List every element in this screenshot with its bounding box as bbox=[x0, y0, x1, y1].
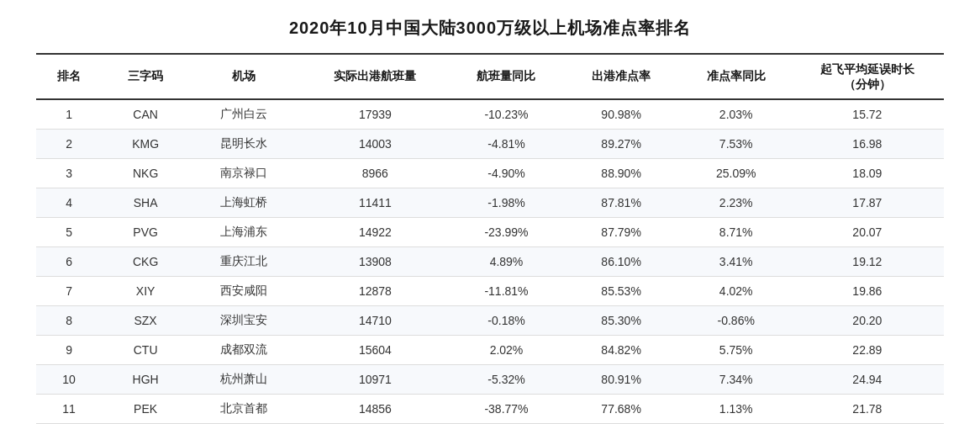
cell-ontime_rate: 86.10% bbox=[561, 247, 682, 277]
table-row: 10HGH杭州萧山10971-5.32%80.91%7.34%24.94 bbox=[36, 365, 944, 395]
col-header-ontime-yoy: 准点率同比 bbox=[682, 54, 791, 99]
cell-rank: 8 bbox=[36, 306, 102, 336]
cell-ontime_rate: 77.68% bbox=[561, 395, 682, 424]
cell-delay: 20.07 bbox=[791, 218, 944, 247]
cell-rank: 4 bbox=[36, 188, 102, 218]
cell-code: CAN bbox=[102, 99, 189, 130]
cell-ontime_yoy: 1.13% bbox=[682, 395, 791, 424]
cell-ontime_yoy: 8.71% bbox=[682, 218, 791, 247]
cell-flights_yoy: -4.90% bbox=[451, 159, 561, 188]
cell-flights_yoy: -10.23% bbox=[451, 99, 561, 130]
cell-delay: 18.09 bbox=[791, 159, 944, 188]
cell-flights_yoy: -38.77% bbox=[451, 395, 561, 424]
cell-ontime_yoy: 25.09% bbox=[682, 159, 791, 188]
table-header-row: 排名 三字码 机场 实际出港航班量 航班量同比 出港准点率 准点率同比 起飞平均… bbox=[36, 54, 944, 99]
cell-airport: 成都双流 bbox=[189, 336, 298, 365]
cell-flights_yoy: -4.81% bbox=[451, 130, 561, 159]
cell-ontime_rate: 87.81% bbox=[561, 188, 682, 218]
cell-flights: 15604 bbox=[298, 336, 451, 365]
cell-airport: 广州白云 bbox=[189, 99, 298, 130]
col-header-airport: 机场 bbox=[189, 54, 298, 99]
table-body: 1CAN广州白云17939-10.23%90.98%2.03%15.722KMG… bbox=[36, 99, 944, 424]
cell-delay: 24.94 bbox=[791, 365, 944, 395]
cell-flights_yoy: -1.98% bbox=[451, 188, 561, 218]
cell-rank: 1 bbox=[36, 99, 102, 130]
cell-airport: 上海虹桥 bbox=[189, 188, 298, 218]
cell-delay: 19.86 bbox=[791, 277, 944, 306]
cell-flights_yoy: 2.02% bbox=[451, 336, 561, 365]
cell-flights_yoy: -23.99% bbox=[451, 218, 561, 247]
table-row: 5PVG上海浦东14922-23.99%87.79%8.71%20.07 bbox=[36, 218, 944, 247]
cell-code: NKG bbox=[102, 159, 189, 188]
col-header-ontime-rate: 出港准点率 bbox=[561, 54, 682, 99]
cell-ontime_yoy: 4.02% bbox=[682, 277, 791, 306]
main-container: 2020年10月中国大陆3000万级以上机场准点率排名 排名 三字码 机场 实际… bbox=[28, 0, 952, 424]
cell-code: PVG bbox=[102, 218, 189, 247]
cell-delay: 21.78 bbox=[791, 395, 944, 424]
cell-airport: 重庆江北 bbox=[189, 247, 298, 277]
cell-airport: 深圳宝安 bbox=[189, 306, 298, 336]
cell-rank: 9 bbox=[36, 336, 102, 365]
cell-flights: 17939 bbox=[298, 99, 451, 130]
cell-code: CTU bbox=[102, 336, 189, 365]
cell-flights: 10971 bbox=[298, 365, 451, 395]
ranking-table: 排名 三字码 机场 实际出港航班量 航班量同比 出港准点率 准点率同比 起飞平均… bbox=[36, 53, 944, 424]
cell-airport: 杭州萧山 bbox=[189, 365, 298, 395]
cell-ontime_yoy: 3.41% bbox=[682, 247, 791, 277]
cell-flights_yoy: -5.32% bbox=[451, 365, 561, 395]
cell-airport: 北京首都 bbox=[189, 395, 298, 424]
table-row: 4SHA上海虹桥11411-1.98%87.81%2.23%17.87 bbox=[36, 188, 944, 218]
cell-code: CKG bbox=[102, 247, 189, 277]
page-title: 2020年10月中国大陆3000万级以上机场准点率排名 bbox=[36, 17, 944, 40]
cell-airport: 上海浦东 bbox=[189, 218, 298, 247]
cell-code: HGH bbox=[102, 365, 189, 395]
cell-ontime_rate: 85.30% bbox=[561, 306, 682, 336]
table-row: 3NKG南京禄口8966-4.90%88.90%25.09%18.09 bbox=[36, 159, 944, 188]
cell-delay: 16.98 bbox=[791, 130, 944, 159]
cell-ontime_rate: 88.90% bbox=[561, 159, 682, 188]
cell-delay: 15.72 bbox=[791, 99, 944, 130]
cell-flights: 12878 bbox=[298, 277, 451, 306]
cell-rank: 7 bbox=[36, 277, 102, 306]
cell-flights_yoy: 4.89% bbox=[451, 247, 561, 277]
col-header-delay: 起飞平均延误时长（分钟） bbox=[791, 54, 944, 99]
cell-ontime_yoy: 2.23% bbox=[682, 188, 791, 218]
cell-rank: 3 bbox=[36, 159, 102, 188]
cell-ontime_rate: 89.27% bbox=[561, 130, 682, 159]
cell-ontime_yoy: 7.34% bbox=[682, 365, 791, 395]
cell-rank: 10 bbox=[36, 365, 102, 395]
cell-delay: 20.20 bbox=[791, 306, 944, 336]
cell-ontime_yoy: 2.03% bbox=[682, 99, 791, 130]
table-row: 8SZX深圳宝安14710-0.18%85.30%-0.86%20.20 bbox=[36, 306, 944, 336]
cell-code: XIY bbox=[102, 277, 189, 306]
cell-flights: 14856 bbox=[298, 395, 451, 424]
cell-flights: 8966 bbox=[298, 159, 451, 188]
col-header-flights-yoy: 航班量同比 bbox=[451, 54, 561, 99]
cell-code: PEK bbox=[102, 395, 189, 424]
col-header-code: 三字码 bbox=[102, 54, 189, 99]
table-row: 1CAN广州白云17939-10.23%90.98%2.03%15.72 bbox=[36, 99, 944, 130]
cell-code: SZX bbox=[102, 306, 189, 336]
cell-ontime_yoy: -0.86% bbox=[682, 306, 791, 336]
col-header-flights: 实际出港航班量 bbox=[298, 54, 451, 99]
cell-ontime_rate: 84.82% bbox=[561, 336, 682, 365]
table-row: 7XIY西安咸阳12878-11.81%85.53%4.02%19.86 bbox=[36, 277, 944, 306]
cell-ontime_rate: 80.91% bbox=[561, 365, 682, 395]
cell-rank: 11 bbox=[36, 395, 102, 424]
cell-ontime_rate: 90.98% bbox=[561, 99, 682, 130]
cell-airport: 西安咸阳 bbox=[189, 277, 298, 306]
cell-flights: 14710 bbox=[298, 306, 451, 336]
cell-ontime_rate: 85.53% bbox=[561, 277, 682, 306]
table-row: 2KMG昆明长水14003-4.81%89.27%7.53%16.98 bbox=[36, 130, 944, 159]
col-header-rank: 排名 bbox=[36, 54, 102, 99]
cell-flights: 14922 bbox=[298, 218, 451, 247]
cell-flights_yoy: -0.18% bbox=[451, 306, 561, 336]
cell-flights: 11411 bbox=[298, 188, 451, 218]
cell-airport: 南京禄口 bbox=[189, 159, 298, 188]
table-row: 11PEK北京首都14856-38.77%77.68%1.13%21.78 bbox=[36, 395, 944, 424]
cell-ontime_yoy: 7.53% bbox=[682, 130, 791, 159]
cell-delay: 17.87 bbox=[791, 188, 944, 218]
cell-delay: 22.89 bbox=[791, 336, 944, 365]
cell-rank: 2 bbox=[36, 130, 102, 159]
cell-flights_yoy: -11.81% bbox=[451, 277, 561, 306]
